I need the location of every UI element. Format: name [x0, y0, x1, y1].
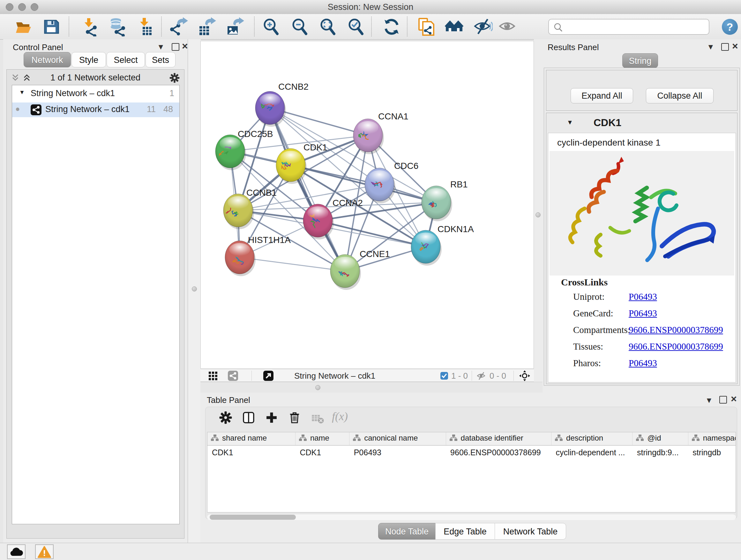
close-panel-icon[interactable]: ×: [182, 41, 188, 51]
apply-layout-button[interactable]: [382, 17, 401, 37]
show-columns-button[interactable]: [241, 410, 256, 425]
export-network-button[interactable]: [170, 17, 189, 37]
cell-database-identifier[interactable]: 9606.ENSP00000378699: [446, 445, 551, 459]
vertical-splitter-right[interactable]: [534, 39, 542, 382]
duplicate-networks-button[interactable]: [416, 17, 435, 37]
collapse-panel-icon[interactable]: ▼: [157, 43, 165, 51]
collapse-all-button[interactable]: Collapse All: [646, 88, 714, 104]
collapse-panel-icon[interactable]: ▼: [705, 396, 713, 404]
help-button[interactable]: ?: [722, 19, 738, 35]
network-row-selected[interactable]: ● String Network – cdk1 11 48: [12, 103, 179, 117]
table-settings-button[interactable]: [218, 410, 233, 425]
zoom-fit-button[interactable]: [318, 17, 337, 37]
cell-namespace[interactable]: stringdb: [688, 445, 736, 459]
selected-checkbox-icon[interactable]: [441, 372, 448, 380]
cell-description[interactable]: cyclin-dependent ...: [551, 445, 632, 459]
column-header[interactable]: description: [551, 432, 632, 445]
tab-sets[interactable]: Sets: [145, 52, 176, 67]
close-panel-icon[interactable]: ×: [732, 41, 738, 51]
network-graph[interactable]: CCNB2CCNA1CDC25BCDK1CDC6RB1CCNB1CCNA2CDK…: [201, 41, 534, 369]
string-network-badge-icon[interactable]: [228, 371, 238, 381]
column-header[interactable]: namespace: [688, 432, 736, 445]
crosslink-genecard-link[interactable]: P06493: [629, 308, 657, 319]
cell-shared-name[interactable]: CDK1: [207, 445, 295, 459]
table-row[interactable]: CDK1 CDK1 P06493 9606.ENSP00000378699 cy…: [207, 445, 736, 459]
import-network-file-button[interactable]: [80, 17, 99, 37]
column-header[interactable]: @id: [632, 432, 688, 445]
tab-network-table[interactable]: Network Table: [495, 523, 566, 540]
cloud-status-button[interactable]: [7, 544, 25, 559]
crosslink-compartments-link[interactable]: 9606.ENSP00000378699: [629, 325, 723, 335]
network-node[interactable]: RB1: [421, 179, 468, 221]
node-label: CCNE1: [360, 249, 390, 259]
tree-expand-icon[interactable]: ▼: [19, 89, 25, 96]
warnings-button[interactable]: [35, 544, 54, 559]
save-session-button[interactable]: [42, 17, 61, 37]
crosslink-tissues-link[interactable]: 9606.ENSP00000378699: [629, 341, 723, 352]
network-node[interactable]: CDC25B: [215, 129, 273, 170]
scrollbar-thumb[interactable]: [210, 515, 296, 520]
open-session-button[interactable]: [14, 17, 33, 37]
splitter-handle[interactable]: [536, 212, 541, 217]
fit-selected-crosshair-icon[interactable]: [519, 370, 530, 381]
network-node[interactable]: CCNB1: [223, 188, 277, 229]
first-neighbors-button[interactable]: [445, 17, 464, 37]
network-node[interactable]: HIST1H1A: [225, 235, 291, 276]
collapse-panel-icon[interactable]: ▼: [707, 43, 715, 51]
hidden-eye-slash-icon[interactable]: [477, 371, 486, 381]
close-panel-icon[interactable]: ×: [731, 394, 737, 404]
export-image-button[interactable]: [226, 17, 245, 37]
gear-icon[interactable]: [169, 72, 180, 84]
search-input[interactable]: [565, 21, 707, 34]
network-collection-row[interactable]: ▼ String Network – cdk1 1: [12, 86, 179, 101]
float-panel-icon[interactable]: [721, 43, 729, 51]
column-header[interactable]: shared name: [207, 432, 295, 445]
cell-id[interactable]: stringdb:9...: [632, 445, 688, 459]
column-header[interactable]: database identifier: [446, 432, 551, 445]
tab-network[interactable]: Network: [23, 52, 71, 67]
zoom-out-button[interactable]: [290, 17, 309, 37]
zoom-selected-button[interactable]: [346, 17, 365, 37]
hide-selected-button[interactable]: [474, 17, 493, 37]
network-node[interactable]: CCNE1: [330, 249, 390, 290]
delete-column-button[interactable]: [287, 410, 302, 425]
network-node[interactable]: CDKN1A: [411, 224, 474, 266]
crosslink-uniprot-link[interactable]: P06493: [629, 292, 657, 302]
section-expand-icon[interactable]: ▼: [567, 119, 573, 126]
open-in-window-icon[interactable]: [263, 371, 273, 381]
float-panel-icon[interactable]: [719, 396, 727, 403]
network-canvas[interactable]: CCNB2CCNA1CDC25BCDK1CDC6RB1CCNB1CCNA2CDK…: [200, 41, 534, 369]
tab-node-table[interactable]: Node Table: [378, 523, 435, 540]
crosslink-label: Uniprot:: [573, 292, 604, 302]
birds-eye-view-icon[interactable]: [208, 371, 218, 381]
tab-edge-table[interactable]: Edge Table: [435, 523, 495, 540]
tab-string[interactable]: String: [622, 53, 658, 68]
tab-style[interactable]: Style: [71, 52, 106, 67]
delete-table-button-disabled[interactable]: [310, 412, 325, 426]
import-network-database-button[interactable]: [108, 17, 127, 37]
create-column-button[interactable]: [264, 410, 279, 425]
splitter-handle[interactable]: [315, 385, 320, 390]
crosslink-pharos-link[interactable]: P06493: [629, 358, 657, 368]
import-table-button[interactable]: [136, 17, 155, 37]
shared-column-icon: [353, 434, 361, 444]
cell-name[interactable]: CDK1: [295, 445, 349, 459]
column-header[interactable]: name: [295, 432, 349, 445]
node-label: CDKN1A: [437, 224, 474, 234]
horizontal-scrollbar[interactable]: [207, 514, 736, 520]
column-header[interactable]: canonical name: [349, 432, 446, 445]
network-node[interactable]: CDC6: [365, 161, 418, 203]
expand-all-button[interactable]: Expand All: [570, 88, 633, 104]
vertical-splitter-left[interactable]: [188, 39, 201, 543]
network-node[interactable]: CCNB2: [255, 82, 309, 127]
table-panel: Table Panel ▼ × f(x): [200, 393, 741, 543]
zoom-in-button[interactable]: [261, 17, 280, 37]
network-edge[interactable]: [270, 108, 345, 271]
float-panel-icon[interactable]: [172, 43, 179, 51]
function-builder-button-disabled[interactable]: f(x): [332, 410, 348, 423]
cell-canonical-name[interactable]: P06493: [349, 445, 446, 459]
show-all-button[interactable]: [498, 17, 518, 37]
tab-select[interactable]: Select: [107, 52, 145, 67]
splitter-handle[interactable]: [192, 287, 197, 292]
export-table-button[interactable]: [198, 17, 217, 37]
